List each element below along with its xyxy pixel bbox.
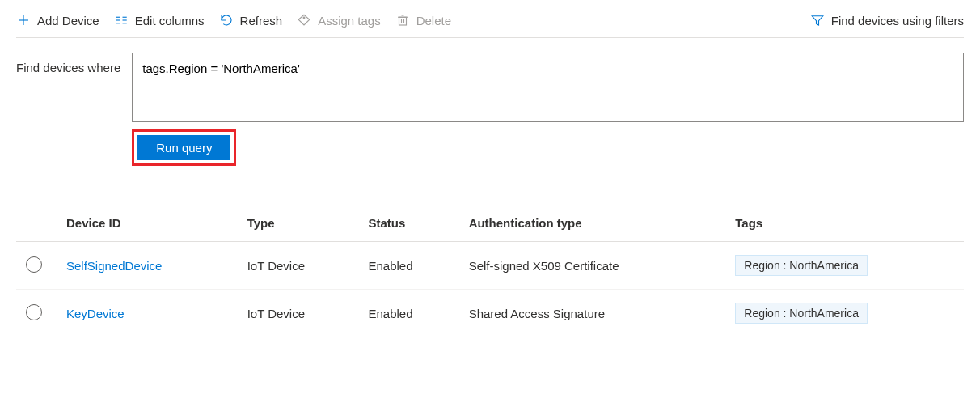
cell-auth-type: Shared Access Signature bbox=[459, 290, 726, 337]
run-query-highlight: Run query bbox=[132, 129, 236, 166]
header-checkbox bbox=[16, 205, 57, 242]
device-id-link[interactable]: SelfSignedDevice bbox=[66, 259, 162, 273]
cell-auth-type: Self-signed X509 Certificate bbox=[459, 242, 726, 290]
tag-pill: Region : NorthAmerica bbox=[735, 303, 868, 324]
plus-icon bbox=[16, 13, 31, 28]
add-device-label: Add Device bbox=[37, 14, 99, 28]
trash-icon bbox=[395, 13, 410, 28]
delete-button: Delete bbox=[395, 11, 451, 29]
table-row: KeyDevice IoT Device Enabled Shared Acce… bbox=[16, 290, 964, 337]
cell-status: Enabled bbox=[358, 242, 458, 290]
row-select-checkbox[interactable] bbox=[26, 256, 42, 273]
header-type[interactable]: Type bbox=[238, 205, 359, 242]
find-devices-filter-label: Find devices using filters bbox=[831, 14, 964, 28]
add-device-button[interactable]: Add Device bbox=[16, 11, 99, 29]
header-tags[interactable]: Tags bbox=[725, 205, 964, 242]
query-label: Find devices where bbox=[16, 53, 120, 74]
cell-type: IoT Device bbox=[238, 242, 359, 290]
header-status[interactable]: Status bbox=[358, 205, 458, 242]
query-row: Find devices where Run query bbox=[16, 53, 964, 166]
edit-columns-label: Edit columns bbox=[135, 14, 205, 28]
svg-point-8 bbox=[303, 17, 305, 19]
svg-marker-14 bbox=[812, 16, 823, 25]
assign-tags-label: Assign tags bbox=[318, 14, 381, 28]
tag-pill: Region : NorthAmerica bbox=[735, 255, 868, 276]
columns-icon bbox=[114, 13, 129, 28]
query-body: Run query bbox=[132, 53, 964, 166]
refresh-button[interactable]: Refresh bbox=[219, 11, 283, 29]
devices-table: Device ID Type Status Authentication typ… bbox=[16, 205, 964, 337]
filter-icon bbox=[810, 13, 825, 28]
header-auth-type[interactable]: Authentication type bbox=[459, 205, 726, 242]
assign-tags-button: Assign tags bbox=[297, 11, 381, 29]
table-header-row: Device ID Type Status Authentication typ… bbox=[16, 205, 964, 242]
tag-icon bbox=[297, 13, 311, 28]
run-query-button[interactable]: Run query bbox=[137, 135, 230, 160]
row-select-checkbox[interactable] bbox=[26, 304, 42, 320]
refresh-label: Refresh bbox=[240, 14, 283, 28]
refresh-icon bbox=[219, 13, 234, 28]
cell-type: IoT Device bbox=[238, 290, 359, 337]
delete-label: Delete bbox=[416, 14, 451, 28]
cell-status: Enabled bbox=[358, 290, 458, 337]
svg-rect-9 bbox=[399, 17, 406, 25]
toolbar: Add Device Edit columns Refresh Assign t… bbox=[16, 6, 964, 38]
device-id-link[interactable]: KeyDevice bbox=[66, 307, 125, 320]
query-input[interactable] bbox=[132, 53, 964, 122]
header-device-id[interactable]: Device ID bbox=[57, 205, 238, 242]
table-row: SelfSignedDevice IoT Device Enabled Self… bbox=[16, 242, 964, 290]
edit-columns-button[interactable]: Edit columns bbox=[114, 11, 205, 29]
find-devices-filter-button[interactable]: Find devices using filters bbox=[810, 11, 964, 29]
